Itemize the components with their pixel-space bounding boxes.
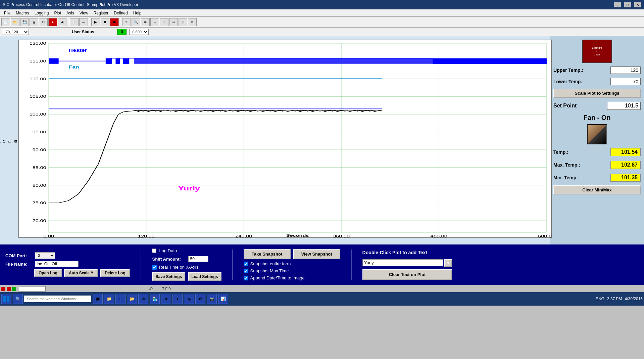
- toolbar-btn-stop[interactable]: ◀: [58, 18, 66, 26]
- app-icon-1[interactable]: ★: [161, 294, 171, 304]
- fan-indicator: [587, 124, 607, 144]
- menu-defined[interactable]: Defined: [111, 10, 130, 16]
- min-temp-row: Min. Temp.: 101.35: [553, 174, 641, 182]
- snapshot-max-label: Snapshot Max Time: [250, 268, 289, 273]
- load-settings-button[interactable]: Load Settings: [188, 272, 221, 281]
- store-icon[interactable]: 🏪: [150, 294, 160, 304]
- plot-area: Temperature: [0, 36, 550, 244]
- minimize-button[interactable]: —: [614, 2, 621, 7]
- toolbar-btn-10[interactable]: ⇔: [169, 18, 178, 26]
- status-scroll[interactable]: [19, 286, 46, 291]
- clear-minmax-button[interactable]: Clear Min/Max: [553, 185, 641, 194]
- divider-2: [232, 250, 233, 280]
- app-icon-4[interactable]: ✿: [195, 294, 205, 304]
- toolbar-btn-run[interactable]: ▶: [91, 18, 100, 26]
- toolbar-btn-pause[interactable]: ⏸: [101, 18, 109, 26]
- maximize-button[interactable]: □: [624, 2, 631, 7]
- svg-text:Class: Class: [594, 53, 600, 56]
- toolbar-btn-6[interactable]: ●: [48, 18, 57, 26]
- file-name-input[interactable]: [35, 261, 79, 267]
- progress-indicators: [1, 287, 16, 291]
- menu-plot[interactable]: Plot: [51, 10, 64, 16]
- coord-select[interactable]: 70, 120: [2, 29, 29, 35]
- menu-logging[interactable]: Logging: [32, 10, 52, 16]
- toolbar-btn-8[interactable]: ↔: [150, 18, 159, 26]
- taskbar-search[interactable]: [24, 296, 91, 302]
- task-view-icon[interactable]: ▣: [93, 294, 103, 304]
- app-icon-5[interactable]: 📷: [207, 294, 217, 304]
- lower-temp-label: Lower Temp.:: [553, 79, 584, 84]
- svg-text:90.00: 90.00: [33, 148, 46, 152]
- toolbar-btn-1[interactable]: 📄: [1, 18, 10, 26]
- toolbar-btn-12[interactable]: ✏: [188, 18, 197, 26]
- close-button[interactable]: ✕: [634, 2, 641, 7]
- snapshot-form-checkbox[interactable]: [244, 262, 248, 266]
- toolbar-btn-minus[interactable]: —: [79, 18, 88, 26]
- start-button[interactable]: [1, 294, 11, 304]
- folder-icon[interactable]: 📂: [127, 294, 137, 304]
- com-port-row: COM Port: 3: [5, 252, 130, 259]
- app-icon-3[interactable]: ◈: [184, 294, 194, 304]
- menu-axis[interactable]: Axis: [64, 10, 77, 16]
- menu-help[interactable]: Help: [131, 10, 144, 16]
- auto-scale-button[interactable]: Auto Scale Y: [64, 269, 98, 277]
- append-date-checkbox[interactable]: [244, 276, 248, 280]
- save-load-row: Save Settings Load Settings: [152, 272, 221, 281]
- app-icon-6[interactable]: 📊: [218, 294, 228, 304]
- toolbar-btn-zoom[interactable]: 🔍: [132, 18, 140, 26]
- file-name-row: File Name:: [5, 261, 130, 267]
- svg-text:Yuriy: Yuriy: [178, 185, 200, 192]
- log-data-checkbox[interactable]: [152, 249, 156, 253]
- svg-text:Heater: Heater: [68, 48, 87, 52]
- menu-view[interactable]: View: [77, 10, 91, 16]
- toolbar-btn-2[interactable]: 📂: [11, 18, 19, 26]
- min-temp-value: 101.35: [610, 174, 641, 182]
- com-port-select[interactable]: 3: [35, 252, 55, 259]
- setpoint-input[interactable]: [607, 102, 641, 110]
- search-icon[interactable]: 🔍: [13, 294, 23, 304]
- status-tf: T F 0: [162, 287, 170, 291]
- toolbar-btn-11[interactable]: ⊞: [179, 18, 187, 26]
- clear-text-button[interactable]: Clear Text on Plot: [362, 269, 452, 280]
- menu-register[interactable]: Register: [91, 10, 111, 16]
- text-on-plot-input[interactable]: [362, 259, 443, 266]
- edge-icon[interactable]: e: [115, 294, 126, 304]
- range-select[interactable]: 0,600: [129, 29, 149, 35]
- upper-temp-input[interactable]: [610, 66, 641, 74]
- shift-amount-row: Shift Amount:: [152, 256, 221, 262]
- toolbar-btn-5[interactable]: ✂: [39, 18, 48, 26]
- toolbar-btn-record[interactable]: ⏺: [110, 18, 119, 26]
- svg-text:120.00: 120.00: [30, 41, 46, 46]
- toolbar-btn-plus[interactable]: +: [70, 18, 79, 26]
- real-time-checkbox[interactable]: [152, 265, 157, 270]
- title-bar: SIC Process Control Incubator On-Off Con…: [0, 0, 644, 9]
- app-icon-2[interactable]: ♦: [172, 294, 183, 304]
- log-data-label: Log Data: [159, 248, 177, 253]
- chrome-icon[interactable]: ⊕: [138, 294, 148, 304]
- delete-log-button[interactable]: Delete Log: [100, 269, 130, 277]
- snapshot-max-checkbox[interactable]: [244, 269, 248, 273]
- open-log-button[interactable]: Open Log: [34, 269, 62, 277]
- real-time-label: Real Time on X-Axis: [159, 265, 198, 270]
- view-snapshot-button[interactable]: View Snapshot: [293, 249, 340, 259]
- append-date-row: Append Date/Time to Image: [244, 275, 305, 280]
- svg-text:95.00: 95.00: [33, 130, 46, 134]
- dropdown-arrow[interactable]: ▼: [444, 259, 452, 267]
- progress-red-2: [7, 287, 11, 291]
- take-snapshot-button[interactable]: Take Snapshot: [244, 249, 291, 259]
- menu-macros[interactable]: Macros: [13, 10, 32, 16]
- scale-plot-button[interactable]: Scale Plot to Settings: [553, 89, 641, 98]
- lower-temp-input[interactable]: [610, 78, 641, 85]
- svg-text:600.00: 600.00: [538, 234, 551, 237]
- save-settings-button[interactable]: Save Settings: [152, 272, 185, 281]
- toolbar-btn-3[interactable]: 💾: [20, 18, 29, 26]
- toolbar-btn-7[interactable]: ⊕: [141, 18, 150, 26]
- menu-file[interactable]: File: [1, 10, 13, 16]
- chart-container[interactable]: 120.00 115.00 110.00 105.00 100.00 95.00…: [18, 40, 552, 238]
- toolbar-btn-4[interactable]: 🖨: [30, 18, 38, 26]
- max-temp-value: 102.87: [610, 161, 641, 169]
- shift-amount-input[interactable]: [188, 256, 208, 262]
- toolbar-btn-9[interactable]: ↕: [160, 18, 168, 26]
- file-explorer-icon[interactable]: 📁: [104, 294, 114, 304]
- toolbar-btn-cursor[interactable]: ↖: [122, 18, 131, 26]
